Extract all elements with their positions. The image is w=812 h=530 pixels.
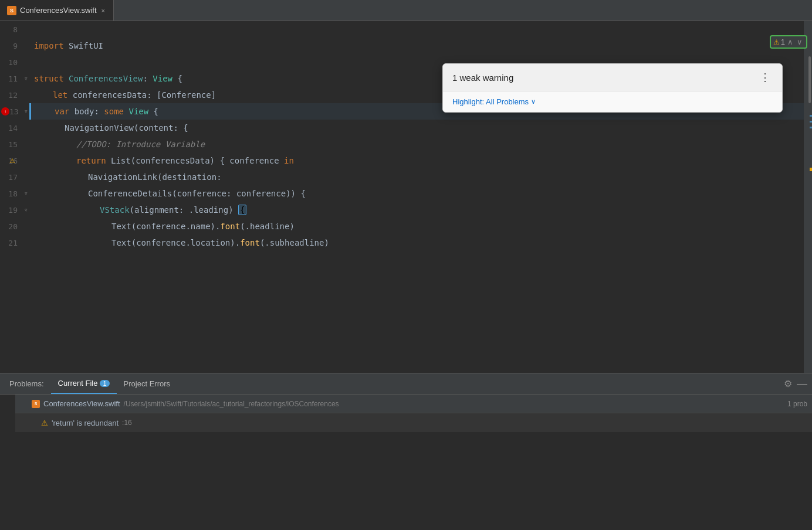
minimap-indicator-3 bbox=[810, 127, 812, 128]
current-file-tab-label: Current File bbox=[58, 379, 98, 388]
scrollbar-warning-marker bbox=[810, 168, 812, 171]
file-problem-count: 1 prob bbox=[787, 400, 807, 408]
code-line-18: ConferenceDetails(conference: conference… bbox=[29, 185, 804, 202]
tab-bar: S ConferencesView.swift × bbox=[0, 0, 812, 21]
warning-popup: 1 weak warning ⋮ Highlight: All Problems… bbox=[442, 63, 783, 113]
line-number-gutter: 8 9 10 11 ▿ 12 13 ▿ 14 bbox=[0, 21, 29, 373]
line-num-17: 17 bbox=[0, 173, 22, 182]
gutter-row-21: 21 bbox=[0, 235, 29, 251]
swift-file-icon: S bbox=[7, 6, 16, 15]
breakpoint-13[interactable] bbox=[1, 107, 9, 115]
line-num-20: 20 bbox=[0, 222, 22, 231]
warning-popup-body: Highlight: All Problems ∨ bbox=[443, 91, 782, 112]
problem-item-row[interactable]: ⚠ 'return' is redundant :16 bbox=[15, 413, 812, 432]
line-num-8: 8 bbox=[0, 25, 22, 34]
file-swift-icon: S bbox=[32, 400, 40, 408]
warning-triangle-icon: ⚠ bbox=[41, 419, 48, 427]
fold-18[interactable]: ▿ bbox=[22, 191, 29, 196]
code-line-9: import SwiftUI bbox=[29, 38, 804, 54]
tab-project-errors[interactable]: Project Errors bbox=[117, 373, 177, 394]
warning-count-text: 1 weak warning bbox=[452, 73, 513, 83]
fold-19[interactable]: ▿ bbox=[22, 207, 29, 213]
file-entry-name: ConferencesView.swift bbox=[43, 399, 120, 408]
gutter-row-14: 14 bbox=[0, 120, 29, 136]
gutter-row-16: ⚠ 16 bbox=[0, 152, 29, 169]
nav-prev-arrow[interactable]: ∧ bbox=[786, 38, 794, 46]
gutter-row-20: 20 bbox=[0, 218, 29, 235]
scrollbar-track[interactable] bbox=[804, 21, 812, 373]
popup-menu-button[interactable]: ⋮ bbox=[757, 71, 773, 84]
kw-import: import bbox=[34, 41, 64, 50]
gutter-row-11: 11 ▿ bbox=[0, 70, 29, 87]
line-num-19: 19 bbox=[0, 206, 22, 215]
warning-icon-16: ⚠ bbox=[9, 157, 15, 165]
gutter-row-15: 15 bbox=[0, 136, 29, 152]
warning-icon: ⚠ bbox=[773, 38, 780, 46]
code-line-17: NavigationLink(destination: bbox=[29, 169, 804, 185]
problem-line-ref: :16 bbox=[122, 419, 132, 427]
code-line-19: VStack(alignment: .leading) { bbox=[29, 202, 804, 218]
problems-actions: ⚙ — bbox=[784, 378, 807, 390]
line-num-18: 18 bbox=[0, 189, 22, 198]
vstack-brace-highlight: { bbox=[238, 205, 246, 215]
project-errors-tab-label: Project Errors bbox=[124, 379, 170, 388]
gutter-row-9: 9 bbox=[0, 38, 29, 54]
tab-current-file[interactable]: Current File 1 bbox=[51, 373, 117, 394]
gutter-row-18: 18 ▿ bbox=[0, 185, 29, 202]
minimap-indicator-2 bbox=[810, 121, 812, 123]
code-line-8 bbox=[29, 21, 804, 38]
chevron-down-icon: ∨ bbox=[531, 98, 536, 106]
highlight-all-problems-button[interactable]: Highlight: All Problems ∨ bbox=[452, 97, 773, 106]
warning-count: 1 bbox=[781, 38, 785, 46]
line-num-10: 10 bbox=[0, 58, 22, 67]
gutter-row-8: 8 bbox=[0, 21, 29, 38]
problem-message: 'return' is redundant bbox=[52, 419, 119, 427]
gutter-row-17: 17 bbox=[0, 169, 29, 185]
file-entry-path: /Users/jsmith/Swift/Tutorials/ac_tutoria… bbox=[124, 400, 784, 408]
problems-label: Problems: bbox=[5, 379, 49, 388]
line-num-15: 15 bbox=[0, 140, 22, 149]
collapse-button[interactable]: — bbox=[797, 378, 807, 390]
settings-button[interactable]: ⚙ bbox=[784, 378, 792, 389]
current-file-badge: 1 bbox=[100, 380, 109, 387]
tab-close-button[interactable]: × bbox=[100, 6, 106, 15]
problems-tabs-bar: Problems: Current File 1 Project Errors … bbox=[0, 373, 812, 395]
gutter-row-12: 12 bbox=[0, 87, 29, 103]
code-line-21: Text(conference.location).font(.subheadl… bbox=[29, 235, 804, 251]
gutter-row-10: 10 bbox=[0, 54, 29, 70]
line-num-21: 21 bbox=[0, 239, 22, 247]
code-line-16: return List(conferencesData) { conferenc… bbox=[29, 152, 804, 169]
nav-next-arrow[interactable]: ∨ bbox=[796, 38, 804, 46]
line-num-9: 9 bbox=[0, 42, 22, 50]
fold-11[interactable]: ▿ bbox=[22, 76, 29, 81]
warning-indicator-bar[interactable]: ⚠ 1 ∧ ∨ bbox=[770, 35, 807, 49]
line-num-14: 14 bbox=[0, 124, 22, 132]
file-entry-row[interactable]: S ConferencesView.swift /Users/jsmith/Sw… bbox=[15, 395, 812, 413]
line-num-11: 11 bbox=[0, 74, 22, 83]
line-num-12: 12 bbox=[0, 91, 22, 100]
fold-13[interactable]: ▿ bbox=[22, 108, 29, 114]
scrollbar-thumb[interactable] bbox=[808, 56, 811, 103]
gutter-row-19: 19 ▿ bbox=[0, 202, 29, 218]
tab-filename: ConferencesView.swift bbox=[20, 6, 97, 15]
file-tab[interactable]: S ConferencesView.swift × bbox=[0, 0, 114, 21]
problems-content: S ConferencesView.swift /Users/jsmith/Sw… bbox=[15, 395, 812, 432]
warning-popup-header: 1 weak warning ⋮ bbox=[443, 64, 782, 91]
code-line-14: NavigationView(content: { bbox=[29, 120, 804, 136]
code-line-20: Text(conference.name).font(.headline) bbox=[29, 218, 804, 235]
problems-panel: Problems: Current File 1 Project Errors … bbox=[0, 373, 812, 530]
code-line-15: //TODO: Introduce Variable bbox=[29, 136, 804, 152]
minimap-indicator bbox=[810, 115, 812, 117]
gutter-row-13: 13 ▿ bbox=[0, 103, 29, 120]
